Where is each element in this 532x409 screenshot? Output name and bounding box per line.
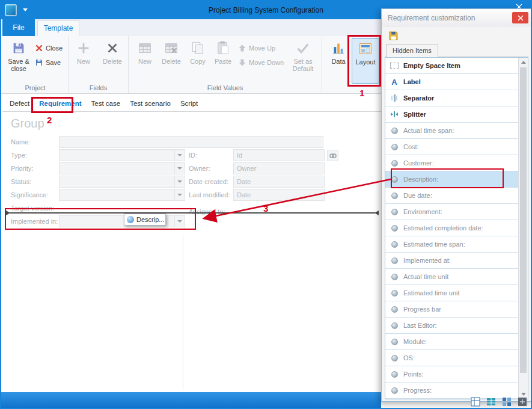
tab-defect[interactable]: Defect: [5, 95, 34, 112]
list-item-last-editor[interactable]: Last Editor:: [385, 318, 518, 334]
dropdown-icon[interactable]: [174, 176, 185, 187]
priority-combo[interactable]: [59, 162, 185, 174]
save-label: Save: [46, 59, 61, 66]
paste-button[interactable]: Paste: [209, 38, 237, 84]
drag-ghost-description[interactable]: Descrip...: [124, 214, 166, 226]
field-item-icon: [389, 225, 400, 232]
field-item-icon: [389, 387, 400, 394]
copy-label: Copy: [190, 58, 206, 65]
tab-script[interactable]: Script: [176, 95, 203, 112]
list-item-due-date[interactable]: Due date:: [385, 188, 518, 204]
list-item-splitter[interactable]: Splitter: [385, 106, 518, 123]
list-item-implemented-at[interactable]: Implemented at:: [385, 253, 518, 269]
label-icon: A: [389, 78, 400, 86]
list-item-customer[interactable]: Customer:: [385, 155, 518, 171]
save-button[interactable]: Save: [35, 56, 61, 69]
name-input[interactable]: [59, 136, 323, 148]
fields-delete-button[interactable]: Delete: [99, 38, 126, 84]
customization-save-button[interactable]: [387, 29, 400, 42]
list-item-progress-bar[interactable]: Progress bar: [385, 301, 518, 318]
group-label-project: Project: [2, 84, 68, 91]
list-item-label-item[interactable]: A Label: [385, 74, 518, 90]
dropdown-icon[interactable]: [174, 150, 185, 161]
type-label: Type:: [11, 152, 27, 159]
id-input[interactable]: Id: [233, 149, 325, 161]
splitter-icon: [389, 111, 400, 118]
date-created-input[interactable]: Date: [233, 176, 325, 188]
list-item-estimated-time-unit[interactable]: Estimated time unit: [385, 285, 518, 301]
fields-new-button[interactable]: New: [70, 38, 97, 84]
copy-button[interactable]: Copy: [184, 38, 212, 84]
list-item-estimated-time-span[interactable]: Estimated time span:: [385, 236, 518, 253]
link-button[interactable]: [327, 150, 338, 161]
date-created-value: Date: [234, 176, 324, 185]
list-item-label: Module:: [403, 338, 427, 345]
list-item-separator[interactable]: Separator: [385, 90, 518, 106]
x-icon: [105, 40, 120, 56]
ribbon-tab-file[interactable]: File: [2, 19, 35, 36]
list-item-points[interactable]: Points:: [385, 366, 518, 383]
tray-window-icon[interactable]: [518, 397, 527, 407]
tab-test-scenario[interactable]: Test scenario: [125, 95, 176, 112]
field-item-icon: [389, 306, 400, 313]
dropdown-icon[interactable]: [174, 216, 185, 227]
save-and-close-button[interactable]: Save & close: [5, 38, 32, 84]
list-item-label: Cost:: [403, 143, 419, 150]
list-item-actual-time-span[interactable]: Actual time span:: [385, 123, 518, 139]
last-modified-input[interactable]: Date: [233, 189, 325, 201]
dropdown-icon[interactable]: [174, 163, 185, 174]
dropdown-icon[interactable]: [174, 189, 185, 200]
scrollbar[interactable]: [518, 58, 528, 399]
significance-combo[interactable]: [59, 189, 185, 201]
scroll-up-icon[interactable]: [519, 58, 528, 67]
owner-label: Owner:: [189, 165, 210, 172]
list-item-environment[interactable]: Environment:: [385, 204, 518, 220]
ribbon-tab-template[interactable]: Template: [37, 20, 79, 36]
list-item-label: Progress:: [403, 387, 432, 394]
tab-hidden-items[interactable]: Hidden Items: [386, 44, 438, 57]
list-item-label: Progress bar: [403, 306, 441, 313]
arrow-up-icon: [238, 44, 246, 52]
close-label: Close: [46, 45, 63, 52]
list-item-actual-time-unit[interactable]: Actual time unit: [385, 269, 518, 285]
customization-close-button[interactable]: [512, 12, 528, 23]
group-label-field-values: Field Values: [129, 84, 322, 91]
list-item-estimated-completion-date[interactable]: Estimated completion date:: [385, 220, 518, 236]
list-item-progress[interactable]: Progress:: [385, 383, 518, 399]
layout-button[interactable]: Layout: [352, 38, 379, 84]
close-button[interactable]: Close: [35, 42, 63, 55]
save-icon: [35, 58, 43, 67]
drag-ghost-label: Descrip...: [136, 216, 164, 223]
status-combo[interactable]: [59, 176, 185, 188]
move-up-button[interactable]: Move Up: [238, 42, 275, 55]
set-as-default-button[interactable]: Set as Default: [286, 38, 320, 84]
name-label: Name:: [11, 138, 30, 146]
values-delete-button[interactable]: Delete: [157, 38, 185, 84]
list-item-empty-space[interactable]: Empty Space Item: [385, 58, 518, 74]
owner-input[interactable]: Owner: [233, 162, 325, 174]
implemented-in-combo[interactable]: [59, 215, 185, 227]
list-item-description[interactable]: Description:: [385, 171, 518, 188]
list-item-cost[interactable]: Cost:: [385, 139, 518, 155]
list-item-os[interactable]: OS:: [385, 350, 518, 366]
tray-table-icon[interactable]: [486, 397, 496, 407]
tab-test-case[interactable]: Test case: [87, 95, 126, 112]
move-down-button[interactable]: Move Down: [238, 56, 284, 69]
tray-grid-icon[interactable]: [471, 397, 480, 407]
fields-delete-label: Delete: [103, 58, 122, 65]
scrollbar-thumb[interactable]: [520, 67, 527, 373]
copy-icon: [190, 40, 206, 56]
type-combo[interactable]: [59, 149, 185, 161]
last-modified-value: Date: [234, 189, 324, 198]
move-up-label: Move Up: [249, 45, 275, 52]
layout-label: Layout: [355, 58, 375, 66]
tab-requirement[interactable]: Requirement: [34, 95, 86, 112]
list-item-label: Estimated time unit: [403, 289, 460, 297]
list-item-module[interactable]: Module:: [385, 334, 518, 350]
data-button[interactable]: Data: [325, 38, 352, 84]
values-new-button[interactable]: New: [131, 38, 159, 84]
tray-squares-icon[interactable]: [502, 397, 512, 407]
customization-window-title: Requirement customization: [382, 9, 531, 27]
empty-space-icon: [389, 63, 400, 69]
separator-icon: [389, 94, 400, 102]
